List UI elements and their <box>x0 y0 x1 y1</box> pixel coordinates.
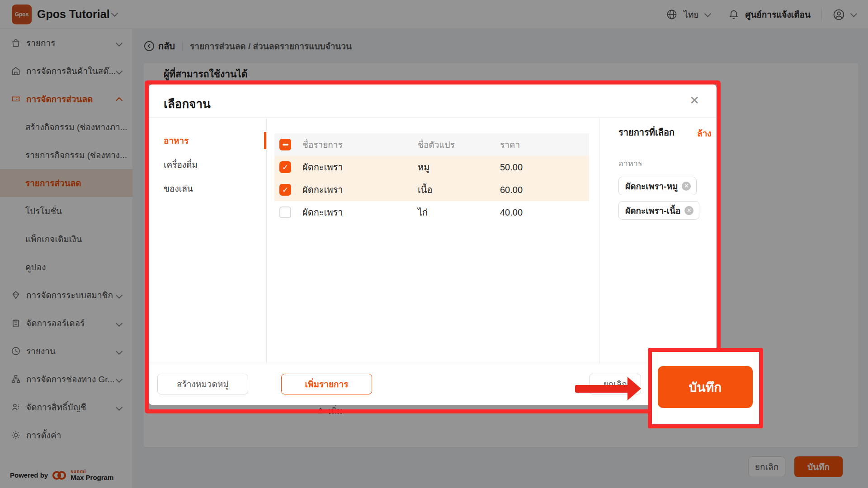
selected-panel-title: รายการที่เลือก <box>618 125 677 140</box>
modal-title: เลือกจาน <box>164 94 211 113</box>
item-variant: ไก่ <box>418 205 500 220</box>
annotation-arrow-head-icon <box>627 377 641 400</box>
category-label: เครื่องดื่ม <box>164 158 198 171</box>
category-list: อาหารเครื่องดื่มของเล่น <box>149 128 266 200</box>
selected-group-label: อาหาร <box>618 157 642 170</box>
item-price: 60.00 <box>500 185 589 195</box>
modal-header-divider <box>149 117 717 118</box>
tag-remove-icon[interactable]: ✕ <box>684 206 693 215</box>
category-item-1[interactable]: เครื่องดื่ม <box>149 152 266 176</box>
table-row-0[interactable]: ✓ผัดกะเพราหมู50.00 <box>274 156 589 178</box>
create-category-button[interactable]: สร้างหมวดหมู่ <box>157 374 248 394</box>
selected-tag-0: ผัดกะเพรา-หมู✕ <box>618 177 697 195</box>
item-variant: เนื้อ <box>418 183 500 197</box>
row-checkbox[interactable]: ✓ <box>279 184 291 196</box>
annotation-arrow <box>575 385 629 393</box>
modal-save-button[interactable]: บันทึก <box>658 366 753 408</box>
item-name: ผัดกะเพรา <box>302 183 418 197</box>
select-all-checkbox[interactable] <box>279 139 291 150</box>
category-item-2[interactable]: ของเล่น <box>149 176 266 200</box>
modal-footer-divider <box>149 364 717 364</box>
active-category-indicator <box>264 132 266 149</box>
category-item-0[interactable]: อาหาร <box>149 128 266 152</box>
selected-tag-label: ผัดกะเพรา-หมู <box>625 179 678 193</box>
row-checkbox[interactable]: ✓ <box>279 161 291 173</box>
selected-tag-label: ผัดกะเพรา-เนื้อ <box>625 204 680 217</box>
item-name: ผัดกะเพรา <box>302 205 418 220</box>
tag-remove-icon[interactable]: ✕ <box>682 182 691 191</box>
item-price: 40.00 <box>500 207 589 218</box>
row-checkbox[interactable] <box>279 206 291 218</box>
column-header-name: ชื่อรายการ <box>302 138 418 151</box>
table-row-2[interactable]: ผัดกะเพราไก่40.00 <box>274 201 589 224</box>
table-row-1[interactable]: ✓ผัดกะเพราเนื้อ60.00 <box>274 178 589 201</box>
item-variant: หมู <box>418 160 500 174</box>
selected-tags: ผัดกะเพรา-หมู✕ผัดกะเพรา-เนื้อ✕ <box>618 177 699 220</box>
selected-tag-1: ผัดกะเพรา-เนื้อ✕ <box>618 201 699 220</box>
modal-left-divider <box>266 117 267 364</box>
item-price: 50.00 <box>500 162 589 173</box>
modal-right-divider <box>599 117 599 364</box>
table-header-row: ชื่อรายการ ชื่อตัวแปร ราคา <box>274 133 589 156</box>
items-table: ชื่อรายการ ชื่อตัวแปร ราคา ✓ผัดกะเพราหมู… <box>274 133 589 224</box>
category-label: อาหาร <box>164 134 189 147</box>
select-dish-modal: เลือกจาน ✕ อาหารเครื่องดื่มของเล่น ชื่อร… <box>149 84 717 405</box>
category-label: ของเล่น <box>164 182 193 195</box>
column-header-variant: ชื่อตัวแปร <box>418 138 500 151</box>
item-name: ผัดกะเพรา <box>302 160 418 174</box>
close-icon[interactable]: ✕ <box>689 94 699 108</box>
page: Gpos Gpos Tutorial ไทย ศูนย์การแจ้งเตือน… <box>0 0 868 488</box>
column-header-price: ราคา <box>500 138 589 151</box>
clear-selection-button[interactable]: ล้าง <box>697 127 712 140</box>
add-item-button[interactable]: เพิ่มรายการ <box>281 374 372 394</box>
